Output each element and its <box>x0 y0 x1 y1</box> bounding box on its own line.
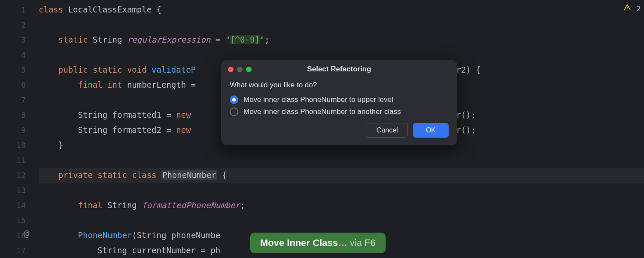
radio-label: Move inner class PhoneNumber to another … <box>243 108 401 116</box>
warning-icon[interactable]: 2 <box>623 3 641 13</box>
line-number: 2 <box>0 17 26 32</box>
hint-key: F6 <box>365 237 376 249</box>
line-number: 16 <box>0 228 26 243</box>
dialog-buttons: Cancel OK <box>230 123 449 138</box>
dialog-title: Select Refactoring <box>221 65 457 74</box>
code-line[interactable] <box>39 183 644 198</box>
dialog-question: What would you like to do? <box>230 81 449 89</box>
radio-icon <box>230 95 238 104</box>
code-line[interactable]: final String formattedPhoneNumber; <box>39 198 644 213</box>
line-number: 5 <box>0 62 26 77</box>
line-number: 12 <box>0 168 26 183</box>
ok-button[interactable]: OK <box>413 123 449 138</box>
code-line[interactable]: class LocalClassExample { <box>39 2 644 17</box>
line-number-gutter: 1 2 3 4 5 6 7 8 9 10 11 12 13 14 15 16 1… <box>0 0 39 258</box>
close-icon[interactable] <box>228 67 234 72</box>
code-line[interactable] <box>39 213 644 228</box>
line-number: 11 <box>0 153 26 168</box>
code-line[interactable] <box>39 17 644 32</box>
hint-action: Move Inner Class… <box>260 237 347 249</box>
radio-option-upper-level[interactable]: Move inner class PhoneNumber to upper le… <box>230 95 449 104</box>
window-controls <box>228 67 252 72</box>
line-number: 14 <box>0 198 26 213</box>
radio-label: Move inner class PhoneNumber to upper le… <box>243 95 393 104</box>
hint-via: via <box>350 237 362 249</box>
line-number: 15 <box>0 213 26 228</box>
line-number: 6 <box>0 77 26 92</box>
code-line[interactable]: private static class PhoneNumber { <box>39 168 644 183</box>
line-number: 17 <box>0 243 26 258</box>
line-number: 4 <box>0 47 26 62</box>
minimize-icon[interactable] <box>237 67 243 72</box>
code-line[interactable] <box>39 153 644 168</box>
recursion-icon[interactable]: @ <box>24 228 29 239</box>
line-number: 3 <box>0 32 26 47</box>
line-number: 8 <box>0 108 26 123</box>
line-number: 7 <box>0 92 26 108</box>
line-number: 13 <box>0 183 26 198</box>
dialog-titlebar[interactable]: Select Refactoring <box>221 60 457 78</box>
cancel-button[interactable]: Cancel <box>367 123 408 138</box>
line-number: 1 <box>0 2 26 17</box>
shortcut-hint-toast: Move Inner Class… via F6 <box>250 233 386 253</box>
radio-option-another-class[interactable]: Move inner class PhoneNumber to another … <box>230 108 449 116</box>
line-number: 10 <box>0 138 26 153</box>
code-line[interactable]: static String regularExpression = "[^0-9… <box>39 32 644 47</box>
dialog-body: What would you like to do? Move inner cl… <box>221 78 457 145</box>
maximize-icon[interactable] <box>246 67 252 72</box>
line-number: 9 <box>0 123 26 138</box>
radio-icon <box>230 108 238 116</box>
refactoring-dialog: Select Refactoring What would you like t… <box>221 60 457 145</box>
